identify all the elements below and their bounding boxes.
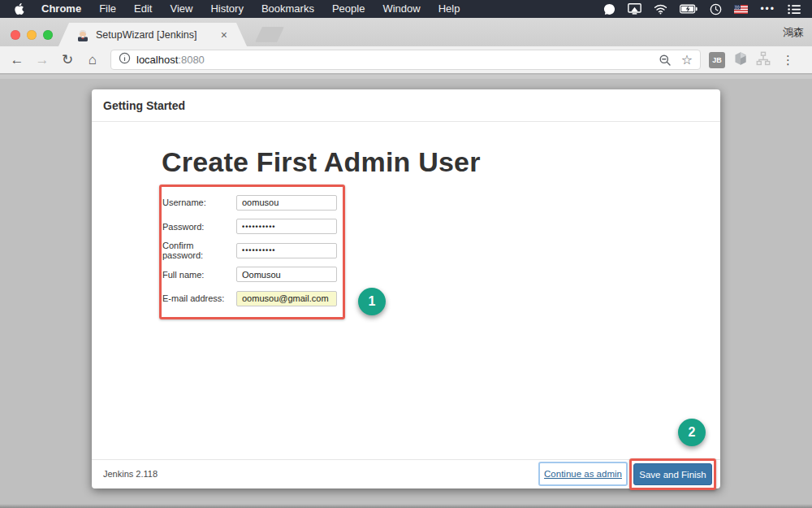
annotation-step-1-badge: 1 xyxy=(358,288,386,315)
menu-item-chrome[interactable]: Chrome xyxy=(32,0,90,18)
forward-button[interactable]: → xyxy=(32,52,53,68)
back-button[interactable]: ← xyxy=(6,52,28,68)
zoom-out-icon[interactable] xyxy=(659,54,672,67)
screen: Chrome File Edit View History Bookmarks … xyxy=(0,0,812,508)
status-app-icon[interactable] xyxy=(603,3,615,15)
address-bar[interactable]: localhost:8080 ☆ xyxy=(110,50,701,70)
form-row-confirm-password: Confirm password: xyxy=(162,242,337,258)
jenkins-version-label: Jenkins 2.118 xyxy=(103,469,158,479)
apple-logo-icon[interactable] xyxy=(13,2,24,15)
chrome-menu-icon[interactable]: ⋮ xyxy=(779,53,797,67)
window-zoom-button[interactable] xyxy=(43,30,53,40)
siri-dots-icon[interactable]: ••• xyxy=(760,0,775,18)
email-label: E-mail address: xyxy=(162,293,236,303)
form-row-email: E-mail address: xyxy=(162,290,337,306)
confirm-password-label: Confirm password: xyxy=(162,241,236,260)
window-minimize-button[interactable] xyxy=(27,30,37,40)
menu-item-file[interactable]: File xyxy=(90,0,125,18)
continue-as-admin-button[interactable]: Continue as admin xyxy=(538,462,628,486)
email-field[interactable] xyxy=(236,291,337,306)
save-and-finish-button[interactable]: Save and Finish xyxy=(633,463,712,485)
browser-tab-bar: SetupWizard [Jenkins] × 鴻森 xyxy=(0,18,812,46)
password-field[interactable] xyxy=(236,219,337,234)
page-viewport: Getting Started Create First Admin User … xyxy=(0,75,812,508)
password-label: Password: xyxy=(162,222,236,232)
page-title: Create First Admin User xyxy=(162,146,481,178)
menu-item-help[interactable]: Help xyxy=(430,0,469,18)
setup-wizard-card: Getting Started Create First Admin User … xyxy=(92,89,720,488)
menu-item-history[interactable]: History xyxy=(201,0,252,18)
jetbrains-extension-icon[interactable]: JB xyxy=(709,52,725,68)
tab-setupwizard-jenkins[interactable]: SetupWizard [Jenkins] × xyxy=(58,23,247,46)
fullname-field[interactable] xyxy=(236,267,337,282)
jenkins-favicon xyxy=(76,28,89,41)
menu-item-bookmarks[interactable]: Bookmarks xyxy=(253,0,323,18)
cube-extension-icon[interactable] xyxy=(733,51,748,69)
home-button[interactable]: ⌂ xyxy=(82,52,103,68)
notification-center-icon[interactable] xyxy=(788,4,801,15)
username-label: Username: xyxy=(162,198,236,207)
display-mirroring-icon[interactable] xyxy=(628,3,641,15)
menu-item-edit[interactable]: Edit xyxy=(125,0,161,18)
chrome-profile-name[interactable]: 鴻森 xyxy=(783,25,804,40)
wifi-icon[interactable] xyxy=(654,4,667,15)
url-port: :8080 xyxy=(178,54,205,66)
page-info-icon[interactable] xyxy=(119,52,131,67)
fullname-label: Full name: xyxy=(162,270,236,280)
menu-item-people[interactable]: People xyxy=(323,0,374,18)
username-field[interactable] xyxy=(236,195,337,211)
tab-close-icon[interactable]: × xyxy=(219,28,229,41)
menu-item-view[interactable]: View xyxy=(161,0,201,18)
battery-charging-icon[interactable] xyxy=(680,4,698,14)
wizard-header-title: Getting Started xyxy=(92,89,720,122)
window-close-button[interactable] xyxy=(11,30,20,40)
bookmark-star-icon[interactable]: ☆ xyxy=(681,54,693,67)
confirm-password-field[interactable] xyxy=(236,243,337,258)
reload-button[interactable]: ↻ xyxy=(57,51,78,68)
tab-title: SetupWizard [Jenkins] xyxy=(96,29,219,41)
new-tab-button[interactable] xyxy=(255,27,284,42)
browser-toolbar: ← → ↻ ⌂ localhost:8080 ☆ JB ⋮ xyxy=(0,46,812,74)
window-bottom-edge xyxy=(0,504,812,508)
wizard-footer: Jenkins 2.118 Continue as admin Save and… xyxy=(92,459,720,488)
macos-menu-bar: Chrome File Edit View History Bookmarks … xyxy=(0,0,812,18)
menu-item-window[interactable]: Window xyxy=(374,0,429,18)
url-host[interactable]: localhost xyxy=(136,54,178,66)
form-row-fullname: Full name: xyxy=(162,267,337,283)
form-row-password: Password: xyxy=(162,219,337,235)
clock-icon[interactable] xyxy=(710,3,722,15)
form-row-username: Username: xyxy=(162,194,337,211)
sitemap-extension-icon[interactable] xyxy=(756,51,771,69)
us-flag-input-source-icon[interactable] xyxy=(734,5,748,14)
annotation-step-2-badge: 2 xyxy=(678,419,706,446)
